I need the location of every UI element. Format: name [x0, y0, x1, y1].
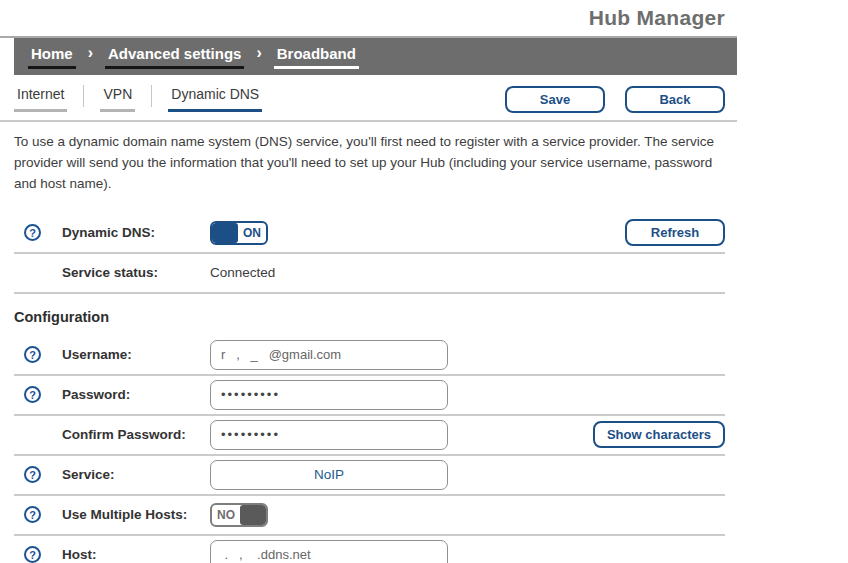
page-title: Hub Manager: [589, 6, 725, 30]
chevron-right-icon: ›: [256, 44, 261, 62]
tab-bar: Internet VPN Dynamic DNS Save Back: [14, 75, 725, 119]
service-status-value: Connected: [210, 265, 275, 280]
tab-divider: [83, 85, 84, 107]
help-icon[interactable]: ?: [24, 224, 41, 241]
back-button[interactable]: Back: [625, 86, 725, 113]
host-label: Host:: [62, 547, 210, 562]
use-multiple-hosts-toggle[interactable]: NO: [210, 503, 268, 527]
help-icon[interactable]: ?: [24, 386, 41, 403]
service-status-label: Service status:: [62, 265, 210, 280]
confirm-password-label: Confirm Password:: [62, 427, 210, 442]
tab-internet[interactable]: Internet: [14, 86, 67, 112]
host-input[interactable]: [210, 540, 448, 563]
chevron-right-icon: ›: [88, 44, 93, 62]
username-input[interactable]: [210, 340, 448, 370]
show-characters-button[interactable]: Show characters: [593, 421, 725, 448]
form-row-dynamic-dns: ? Dynamic DNS: ON Refresh: [14, 214, 725, 254]
help-icon[interactable]: ?: [24, 346, 41, 363]
breadcrumb: Home › Advanced settings › Broadband: [14, 38, 737, 75]
toggle-knob: [240, 505, 266, 525]
form-row-confirm-password: Confirm Password: Show characters: [14, 416, 725, 456]
toggle-state-label: ON: [238, 223, 266, 243]
form-row-service-status: Service status: Connected: [14, 254, 725, 294]
tab-divider: [151, 85, 152, 107]
dynamic-dns-form: ? Dynamic DNS: ON Refresh Service status…: [14, 214, 725, 563]
dynamic-dns-label: Dynamic DNS:: [62, 225, 210, 240]
form-row-host: ? Host:: [14, 536, 725, 563]
confirm-password-input[interactable]: [210, 420, 448, 450]
breadcrumb-item-home[interactable]: Home: [28, 45, 76, 69]
save-button[interactable]: Save: [505, 86, 605, 113]
configuration-heading: Configuration: [14, 294, 725, 336]
page-actions: Save Back: [505, 86, 725, 113]
help-icon[interactable]: ?: [24, 466, 41, 483]
page: Hub Manager Home › Advanced settings › B…: [0, 0, 737, 563]
form-row-password: ? Password:: [14, 376, 725, 416]
service-label: Service:: [62, 467, 210, 482]
tab-dynamic-dns[interactable]: Dynamic DNS: [168, 86, 262, 112]
form-row-use-multiple-hosts: ? Use Multiple Hosts: NO: [14, 496, 725, 536]
use-multiple-hosts-label: Use Multiple Hosts:: [62, 507, 210, 522]
tab-vpn[interactable]: VPN: [100, 86, 135, 112]
form-row-service: ? Service: NoIP: [14, 456, 725, 496]
breadcrumb-item-broadband[interactable]: Broadband: [274, 45, 359, 69]
intro-text: To use a dynamic domain name system (DNS…: [14, 132, 716, 195]
help-icon[interactable]: ?: [24, 546, 41, 563]
service-select[interactable]: NoIP: [210, 460, 448, 490]
password-label: Password:: [62, 387, 210, 402]
refresh-button[interactable]: Refresh: [625, 219, 725, 246]
help-icon[interactable]: ?: [24, 506, 41, 523]
toggle-state-label: NO: [212, 505, 240, 525]
breadcrumb-item-advanced-settings[interactable]: Advanced settings: [105, 45, 244, 69]
password-input[interactable]: [210, 380, 448, 410]
app-header: Hub Manager: [0, 0, 737, 38]
form-row-username: ? Username:: [14, 336, 725, 376]
toggle-knob: [212, 223, 238, 243]
divider: [0, 120, 737, 122]
dynamic-dns-toggle[interactable]: ON: [210, 221, 268, 245]
username-label: Username:: [62, 347, 210, 362]
